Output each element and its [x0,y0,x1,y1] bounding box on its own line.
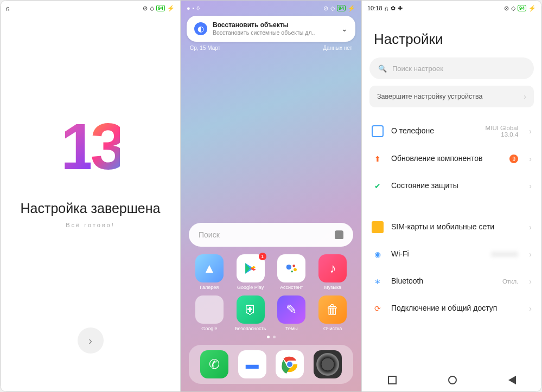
svg-point-0 [286,265,291,269]
svg-point-3 [291,271,294,273]
charging-icon: ⚡ [348,5,355,12]
play-store-icon: 1 [237,254,265,282]
data-status-label: Данных нет [323,45,352,51]
dock-messages[interactable]: ▬ [238,350,266,378]
home-search-bar[interactable]: Поиск [189,223,353,247]
search-placeholder: Поиск [199,230,220,239]
finish-setup-banner[interactable]: Завершите настройку устройства › [369,86,534,107]
camera-icon [314,350,342,378]
settings-item-component-updates[interactable]: ⬆ Обновление компонентов 9 › [369,145,534,172]
next-button[interactable]: › [78,327,104,354]
dock-camera[interactable] [314,350,342,378]
home-button[interactable] [448,376,457,384]
alarm-icon: ⊘ [143,5,148,12]
app-google-play[interactable]: 1 Google Play [230,254,271,290]
shield-icon: ✔ [372,180,384,192]
page-indicator [181,336,361,338]
settings-title: Настройки [362,16,541,57]
nfc-icon: ⎌ [385,5,388,11]
settings-search[interactable]: 🔍 Поиск настроек [369,57,534,79]
app-cleaner[interactable]: 🗑 Очистка [312,295,353,331]
nfc-icon: ⎌ [6,5,10,11]
setup-title: Настройка завершена [21,201,161,216]
chevron-right-icon: › [529,223,532,232]
settings-item-connection-sharing[interactable]: ⟳ Подключение и общий доступ › [369,295,534,322]
notification-title: Восстановить объекты [213,21,336,29]
battery-indicator: 94 [518,5,526,11]
music-icon: ♪ [318,254,347,282]
cleaner-icon: 🗑 [318,295,347,324]
badge: 1 [259,253,266,260]
notif-dot-icon: ● [187,5,190,11]
gallery-icon: ▲ [195,254,224,282]
badge: 9 [509,155,518,163]
search-icon: 🔍 [378,65,387,73]
charging-icon: ⚡ [167,5,175,12]
navigation-bar [362,369,541,391]
assistant-icon [277,254,305,282]
chevron-right-icon: › [529,277,532,286]
chevron-right-icon: › [524,92,526,101]
recent-apps-button[interactable] [388,376,397,384]
battery-indicator: 94 [156,5,165,11]
settings-item-wifi[interactable]: ◉ Wi-Fi › [369,241,534,268]
dock-phone[interactable]: ✆ [200,350,228,378]
chevron-right-icon: › [529,250,532,259]
mic-icon [335,230,343,239]
settings-item-sim[interactable]: SIM-карты и мобильные сети › [369,214,534,241]
setup-subtitle: Всё готово! [66,222,115,228]
themes-icon: ✎ [277,295,305,324]
app-assistant[interactable]: Ассистент [271,254,313,290]
app-security[interactable]: ⛨ Безопасность [230,295,271,331]
setup-complete-screen: ⎌ ⊘ ◇ 94 ⚡ 13 Настройка завершена Всё го… [1,1,181,391]
msg-icon: ▪ [193,5,195,11]
app-themes[interactable]: ✎ Темы [271,295,313,331]
chevron-right-icon: › [88,335,92,347]
msg-icon: ✚ [398,5,403,12]
settings-item-about-phone[interactable]: О телефоне MIUI Global 13.0.4 › [369,117,534,145]
settings-item-bluetooth[interactable]: ∗ Bluetooth Откл. › [369,268,534,295]
update-icon: ⬆ [372,153,384,165]
wifi-icon: ◇ [511,5,515,12]
wifi-icon: ◇ [150,5,154,12]
status-bar: ● ▪ ◊ ⊘ ◇ 94 ⚡ [181,1,361,16]
search-placeholder: Поиск настроек [392,65,443,73]
security-icon: ⛨ [237,295,265,324]
back-button[interactable] [508,376,516,384]
app-grid-row-2: Google ⛨ Безопасность ✎ Темы 🗑 Очистка [181,295,361,331]
wifi-icon: ◉ [372,248,384,260]
restore-notification[interactable]: ◐ Восстановить объекты Восстановить сист… [187,16,355,42]
chevron-right-icon: › [529,127,532,136]
status-bar: ⎌ ⊘ ◇ 94 ⚡ [1,1,180,16]
phone-about-icon [372,125,384,137]
chevron-right-icon: › [529,182,532,190]
app-grid-row-1: ▲ Галерея 1 Google Play Ассистент ♪ Музы… [181,254,361,290]
sim-icon [372,221,384,233]
dock-chrome[interactable] [276,350,304,378]
settings-screen: 10:18 ⎌ ✿ ✚ ⊘ ◇ 94 ⚡ Настройки 🔍 Поиск н… [362,1,541,391]
bluetooth-icon: ∗ [372,275,384,287]
dock: ✆ ▬ [189,345,353,384]
app-music[interactable]: ♪ Музыка [312,254,353,290]
app-google-folder[interactable]: Google [189,295,230,331]
settings-item-security-status[interactable]: ✔ Состояние защиты › [369,172,534,200]
date-label: Ср, 15 Март [190,45,220,51]
gear-icon: ✿ [391,5,396,12]
wifi-value-blurred [491,252,518,257]
alarm-icon: ⊘ [323,5,328,12]
svg-point-1 [293,265,296,267]
shield-icon: ◊ [197,5,200,11]
folder-icon [195,295,224,324]
share-icon: ⟳ [372,303,384,314]
chevron-down-icon: ⌄ [341,24,348,33]
charging-icon: ⚡ [528,5,536,12]
chevron-right-icon: › [529,304,532,313]
svg-point-2 [294,268,297,271]
chevron-right-icon: › [529,155,532,163]
battery-indicator: 94 [337,5,346,11]
restore-icon: ◐ [194,22,207,35]
wifi-icon: ◇ [330,5,335,12]
miui-13-logo: 13 [61,114,120,179]
notification-subtitle: Восстановить системные объекты дл.. [213,29,336,36]
app-gallery[interactable]: ▲ Галерея [189,254,230,290]
